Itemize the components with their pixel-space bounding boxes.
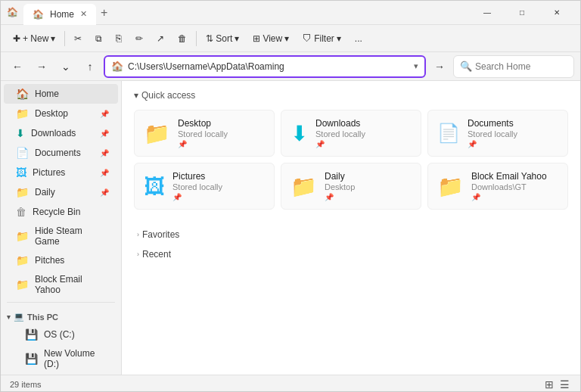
more-button[interactable]: ...: [349, 28, 368, 49]
folder-card-desktop[interactable]: 📁 Desktop Stored locally 📌: [134, 110, 275, 157]
pin-icon: 📌: [100, 110, 109, 118]
sidebar-item-desktop[interactable]: 📁 Desktop 📌: [4, 104, 118, 123]
list-view-button[interactable]: ☰: [558, 378, 571, 390]
folder-card-pictures[interactable]: 🖼 Pictures Stored locally 📌: [134, 163, 275, 210]
minimize-button[interactable]: —: [470, 1, 505, 25]
downloads-card-name: Downloads: [315, 118, 365, 129]
sidebar-this-pc-section[interactable]: ▾ 💻 This PC: [1, 306, 121, 325]
os-c-icon: 💾: [25, 328, 38, 341]
daily-card-name: Daily: [325, 171, 355, 182]
address-row: ← → ⌄ ↑ 🏠 ▾ → 🔍: [1, 52, 580, 81]
go-icon: →: [434, 61, 445, 73]
pictures-card-pin: 📌: [172, 193, 222, 201]
documents-card-sub: Stored locally: [468, 129, 517, 138]
new-tab-button[interactable]: +: [96, 6, 112, 20]
daily-folder-icon: 📁: [16, 186, 29, 198]
sidebar-item-block-email[interactable]: 📁 Block Email Yahoo: [4, 270, 118, 299]
recent-locations-button[interactable]: ⌄: [55, 56, 76, 77]
desktop-card-name: Desktop: [178, 118, 228, 129]
sidebar-item-os-c[interactable]: 💾 OS (C:): [4, 325, 118, 344]
address-chevron-icon[interactable]: ▾: [414, 61, 418, 71]
this-pc-label: This PC: [27, 313, 58, 322]
share-icon: ↗: [157, 33, 164, 44]
share-button[interactable]: ↗: [151, 28, 170, 49]
maximize-button[interactable]: □: [505, 1, 539, 25]
copy-icon: ⧉: [95, 33, 102, 44]
favorites-chevron-icon: ›: [137, 231, 139, 238]
quick-access-grid: 📁 Desktop Stored locally 📌 ⬇ Downloads S…: [134, 110, 568, 210]
pin-icon-4: 📌: [100, 169, 109, 177]
favorites-row[interactable]: › Favorites: [134, 225, 568, 244]
main-layout: 🏠 Home 📁 Desktop 📌 ⬇ Downloads 📌 📄 Docum…: [1, 81, 580, 375]
paste-button[interactable]: ⎘: [110, 28, 128, 49]
folder-card-block-email[interactable]: 📁 Block Email Yahoo Downloads\GT 📌: [427, 163, 568, 210]
new-label: + New: [23, 33, 48, 44]
pictures-card-info: Pictures Stored locally 📌: [172, 171, 222, 201]
address-bar[interactable]: 🏠 ▾: [104, 55, 426, 78]
downloads-icon: ⬇: [16, 127, 25, 139]
forward-button[interactable]: →: [31, 56, 52, 77]
new-dropdown-icon: ▾: [51, 33, 55, 44]
sidebar-item-home[interactable]: 🏠 Home: [4, 84, 118, 104]
folder-card-daily[interactable]: 📁 Daily Desktop 📌: [281, 163, 421, 210]
sort-label: Sort: [216, 33, 232, 44]
sidebar-hide-steam-label: Hide Steam Game: [35, 226, 109, 247]
sidebar: 🏠 Home 📁 Desktop 📌 ⬇ Downloads 📌 📄 Docum…: [1, 81, 122, 375]
sidebar-new-vol-d-label: New Volume (D:): [44, 348, 109, 369]
filter-button[interactable]: ⛉ Filter ▾: [297, 28, 347, 49]
documents-card-pin: 📌: [468, 140, 517, 148]
sidebar-item-downloads[interactable]: ⬇ Downloads 📌: [4, 123, 118, 143]
home-icon: 🏠: [16, 88, 29, 100]
sidebar-item-hide-steam[interactable]: 📁 Hide Steam Game: [4, 222, 118, 250]
view-label: View: [263, 33, 282, 44]
up-button[interactable]: ↑: [79, 56, 101, 77]
sidebar-item-new-vol-d[interactable]: 💾 New Volume (D:): [4, 344, 118, 373]
view-button[interactable]: ⊞ View ▾: [247, 28, 295, 49]
content-area: ▾ Quick access 📁 Desktop Stored locally …: [122, 81, 580, 375]
tab-title: Home: [50, 9, 74, 20]
toolbar-separator-2: [196, 31, 197, 46]
rename-button[interactable]: ✏: [129, 28, 149, 49]
sidebar-item-daily[interactable]: 📁 Daily 📌: [4, 182, 118, 202]
folder-card-documents[interactable]: 📄 Documents Stored locally 📌: [427, 110, 568, 157]
downloads-card-pin: 📌: [315, 140, 365, 148]
sidebar-item-pictures[interactable]: 🖼 Pictures 📌: [4, 163, 118, 182]
hide-steam-icon: 📁: [16, 230, 29, 242]
status-view-icons: ⊞ ☰: [543, 378, 571, 390]
delete-button[interactable]: 🗑: [172, 28, 193, 49]
close-button[interactable]: ✕: [539, 1, 574, 25]
folder-card-downloads[interactable]: ⬇ Downloads Stored locally 📌: [281, 110, 421, 157]
new-button[interactable]: ✚ + New ▾: [7, 28, 61, 49]
more-icon: ...: [355, 33, 362, 44]
quick-access-header[interactable]: ▾ Quick access: [134, 90, 568, 101]
this-pc-icon: 💻: [14, 312, 24, 322]
sidebar-item-documents[interactable]: 📄 Documents 📌: [4, 143, 118, 163]
new-icon: ✚: [13, 33, 20, 44]
back-button[interactable]: ←: [7, 56, 28, 77]
pictures-card-icon: 🖼: [144, 174, 165, 199]
sidebar-pictures-label: Pictures: [33, 167, 94, 178]
downloads-card-sub: Stored locally: [315, 129, 365, 138]
title-tab[interactable]: 🏠 Home ✕: [23, 4, 96, 25]
sidebar-item-recycle[interactable]: 🗑 Recycle Bin: [4, 202, 118, 222]
grid-view-button[interactable]: ⊞: [543, 378, 555, 390]
search-box[interactable]: 🔍: [453, 55, 574, 78]
sort-icon: ⇅: [206, 33, 213, 44]
block-email-card-name: Block Email Yahoo: [471, 171, 547, 182]
cut-button[interactable]: ✂: [68, 28, 88, 49]
downloads-card-icon: ⬇: [290, 121, 308, 146]
go-button[interactable]: →: [429, 56, 450, 77]
pictures-card-sub: Stored locally: [172, 182, 222, 191]
status-bar: 29 items ⊞ ☰: [1, 375, 580, 392]
search-input[interactable]: [475, 61, 567, 72]
recycle-icon: 🗑: [16, 206, 26, 218]
recent-row[interactable]: › Recent: [134, 244, 568, 264]
address-input[interactable]: [128, 61, 409, 72]
copy-button[interactable]: ⧉: [89, 28, 108, 49]
sort-button[interactable]: ⇅ Sort ▾: [200, 28, 245, 49]
recent-chevron-icon: ›: [137, 250, 139, 258]
sidebar-item-pitches[interactable]: 📁 Pitches: [4, 250, 118, 270]
tab-icon: 🏠: [33, 9, 44, 20]
tab-close-button[interactable]: ✕: [80, 9, 87, 19]
daily-card-icon: 📁: [290, 174, 317, 199]
